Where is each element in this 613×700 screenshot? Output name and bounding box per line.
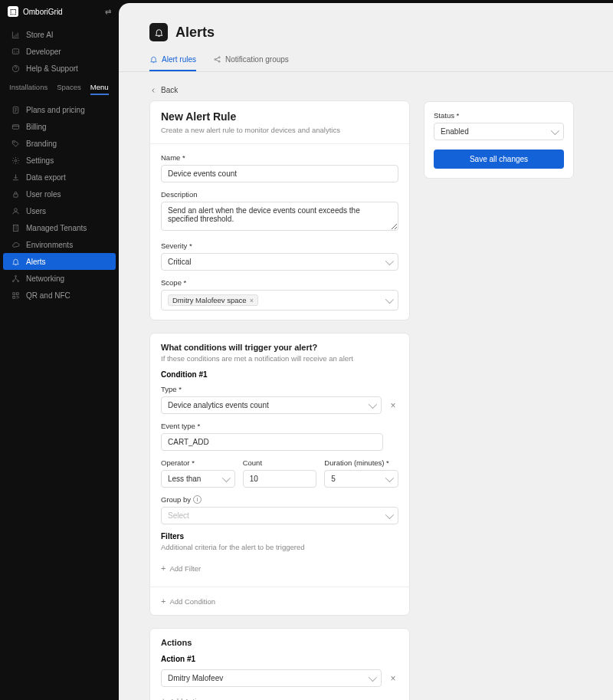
- doc-icon: [11, 105, 20, 114]
- filters-sub: Additional criteria for the alert to be …: [161, 543, 398, 551]
- tab-menu[interactable]: Menu: [90, 83, 109, 95]
- event-type-label: Event type *: [161, 422, 398, 430]
- sidebar-item-billing[interactable]: Billing: [0, 118, 119, 135]
- save-button[interactable]: Save all changes: [434, 150, 564, 169]
- tab-alert-rules[interactable]: Alert rules: [149, 55, 196, 71]
- sidebar-item-plans[interactable]: Plans and pricing: [0, 101, 119, 118]
- groupby-select[interactable]: Select: [161, 507, 398, 524]
- sidebar-item-qr-nfc[interactable]: QR and NFC: [0, 287, 119, 304]
- sidebar-item-store-ai[interactable]: Store AI: [0, 26, 119, 43]
- sidebar-header: ⬚ OmboriGrid ⇄: [0, 0, 119, 23]
- arrow-left-icon: [149, 87, 157, 94]
- remove-action-icon[interactable]: ×: [388, 673, 398, 684]
- name-input[interactable]: [161, 165, 398, 182]
- sidebar-item-settings[interactable]: Settings: [0, 152, 119, 169]
- bell-icon: [11, 257, 20, 266]
- rule-subheading: Create a new alert rule to monitor devic…: [161, 126, 398, 134]
- condition-title: Condition #1: [161, 370, 398, 379]
- scope-select[interactable]: Dmitry Malofeev space ×: [161, 290, 398, 311]
- groupby-label: Group by i: [161, 495, 398, 504]
- sidebar-item-help[interactable]: Help & Support: [0, 60, 119, 77]
- svg-point-5: [15, 159, 17, 162]
- sidebar-tabs: Installations Spaces Menu: [0, 77, 119, 98]
- conditions-sub: If these conditions are met a notificati…: [161, 354, 398, 363]
- sidebar-item-branding[interactable]: Branding: [0, 135, 119, 152]
- action-select[interactable]: Dmitry Malofeev: [161, 669, 382, 687]
- add-filter-button[interactable]: Add Filter: [161, 559, 398, 577]
- back-link[interactable]: Back: [149, 80, 410, 100]
- sidebar-item-users[interactable]: Users: [0, 202, 119, 219]
- qr-icon: [11, 291, 20, 300]
- swap-icon[interactable]: ⇄: [105, 8, 111, 16]
- analytics-icon: [11, 30, 20, 39]
- info-icon[interactable]: i: [193, 495, 202, 504]
- operator-label: Operator *: [161, 458, 235, 467]
- sidebar-item-networking[interactable]: Networking: [0, 270, 119, 287]
- name-label: Name *: [161, 153, 398, 162]
- cloud-icon: [11, 240, 20, 249]
- add-action-button[interactable]: Add Action: [161, 692, 398, 700]
- operator-select[interactable]: Less than: [161, 470, 235, 488]
- svg-rect-8: [13, 225, 18, 231]
- svg-point-11: [17, 280, 18, 281]
- remove-tag-icon[interactable]: ×: [250, 297, 254, 304]
- help-icon: [11, 64, 20, 73]
- user-icon: [11, 206, 20, 215]
- event-type-input[interactable]: [161, 433, 383, 451]
- add-condition-button[interactable]: Add Condition: [161, 592, 398, 610]
- tab-installations[interactable]: Installations: [9, 83, 48, 95]
- remove-condition-icon[interactable]: ×: [388, 400, 398, 411]
- type-select[interactable]: Device analytics events count: [161, 396, 382, 414]
- page-title-row: Alerts: [149, 23, 582, 41]
- building-icon: [11, 223, 20, 232]
- duration-select[interactable]: 5: [324, 470, 398, 488]
- status-label: Status *: [434, 111, 564, 120]
- sidebar-item-user-roles[interactable]: User roles: [0, 186, 119, 202]
- svg-rect-0: [12, 48, 18, 53]
- action-title: Action #1: [161, 655, 398, 663]
- duration-label: Duration (minutes) *: [324, 458, 398, 467]
- app-logo[interactable]: ⬚ OmboriGrid: [8, 6, 63, 17]
- severity-select[interactable]: Critical: [161, 253, 398, 271]
- sidebar-item-data-export[interactable]: Data export: [0, 169, 119, 186]
- page-title: Alerts: [175, 25, 215, 41]
- svg-rect-12: [12, 292, 15, 294]
- svg-point-15: [215, 59, 216, 61]
- desc-label: Description: [161, 190, 398, 199]
- count-label: Count: [243, 458, 317, 467]
- svg-rect-13: [16, 292, 18, 294]
- bell-icon: [149, 55, 158, 64]
- actions-heading: Actions: [161, 638, 398, 647]
- network-icon: [11, 274, 20, 283]
- count-input[interactable]: [243, 470, 317, 488]
- filters-heading: Filters: [161, 532, 398, 541]
- desc-input[interactable]: Send an alert when the device events cou…: [161, 202, 398, 231]
- sidebar-item-managed-tenants[interactable]: Managed Tenants: [0, 219, 119, 236]
- scope-tag: Dmitry Malofeev space ×: [168, 294, 258, 306]
- scope-label: Scope *: [161, 278, 398, 287]
- svg-point-16: [218, 57, 220, 58]
- tab-spaces[interactable]: Spaces: [57, 83, 81, 95]
- card-icon: [11, 122, 20, 131]
- svg-rect-6: [13, 194, 18, 197]
- logo-icon: ⬚: [8, 6, 18, 17]
- export-icon: [11, 173, 20, 182]
- sidebar-item-environments[interactable]: Environments: [0, 236, 119, 253]
- svg-point-10: [12, 280, 14, 281]
- conditions-heading: What conditions will trigger your alert?: [161, 343, 398, 352]
- tab-notification-groups[interactable]: Notification groups: [213, 55, 289, 71]
- type-label: Type *: [161, 385, 398, 393]
- gear-icon: [11, 156, 20, 165]
- svg-rect-14: [12, 296, 15, 298]
- svg-point-7: [14, 208, 17, 211]
- bell-icon: [149, 23, 168, 41]
- svg-rect-3: [12, 124, 18, 129]
- svg-point-17: [218, 61, 220, 62]
- share-icon: [213, 55, 221, 64]
- status-select[interactable]: Enabled: [434, 123, 564, 140]
- sidebar-item-developer[interactable]: Developer: [0, 43, 119, 60]
- svg-point-9: [15, 275, 16, 277]
- sidebar-item-alerts[interactable]: Alerts: [3, 253, 116, 270]
- lock-icon: [11, 189, 20, 199]
- code-icon: [11, 47, 20, 56]
